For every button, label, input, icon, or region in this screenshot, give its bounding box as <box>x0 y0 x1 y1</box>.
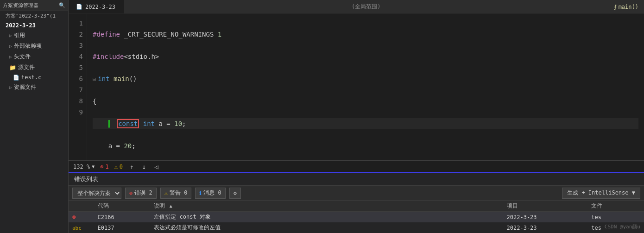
row-description: 左值指定 const 对象 <box>150 212 503 223</box>
table-row[interactable]: abc E0137 表达式必须是可修改的左值 2022-3-23 tes <box>69 222 644 233</box>
solution-label: 方案"2022-3-23"(1 <box>6 13 56 19</box>
row-icon-cell: ⊗ <box>69 212 94 223</box>
code-line-6: a = 20; <box>93 140 638 151</box>
filter-funnel-icon: ⚙ <box>234 190 237 196</box>
advanced-filter-button[interactable]: ⚙ <box>229 188 241 199</box>
zoom-dropdown-icon[interactable]: ▼ <box>92 164 95 169</box>
row-icon-cell: abc <box>69 222 94 233</box>
project-label: 2022-3-23 <box>6 22 36 29</box>
fold-icon[interactable]: ⊟ <box>93 76 96 82</box>
code-line-1: #define _CRT_SECURE_NO_WARNINGS 1 <box>93 29 638 40</box>
function-icon: ⨍ <box>614 4 617 10</box>
sidebar-item-test-c[interactable]: 📄 test.c <box>0 73 68 82</box>
row-warning-icon: abc <box>72 225 82 231</box>
error-circle-icon: ⊗ <box>100 164 103 170</box>
triangle-right-icon3: ▷ <box>9 54 12 59</box>
col-header-project[interactable]: 项目 <box>503 201 588 212</box>
row-code: C2166 <box>94 212 151 223</box>
row-project: 2022-3-23 <box>503 222 588 233</box>
code-area: 1 2 3 4 5 6 7 8 9 #define _CRT_SECURE_NO… <box>69 14 644 160</box>
search-icon[interactable]: 🔍 <box>59 2 65 8</box>
code-content[interactable]: #define _CRT_SECURE_NO_WARNINGS 1 #inclu… <box>87 14 644 160</box>
error-filter-icon: ⊗ <box>129 190 133 196</box>
tab-bar: 📄 2022-3-23 (全局范围) ⨍ main() <box>69 0 644 14</box>
code-line-4: { <box>93 96 638 107</box>
tab-file[interactable]: 📄 2022-3-23 <box>69 0 124 13</box>
sidebar: 方案资源管理器 🔍 方案"2022-3-23"(1 2022-3-23 ▷ 引用… <box>0 0 69 233</box>
sidebar-project[interactable]: 2022-3-23 <box>0 21 68 30</box>
col-header-file[interactable]: 文件 <box>587 201 644 212</box>
sidebar-item-source-files[interactable]: 📁 源文件 <box>0 62 68 73</box>
row-project: 2022-3-23 <box>503 212 588 223</box>
sidebar-item-resource-files[interactable]: ▷ 资源文件 <box>0 82 68 93</box>
code-line-3: ⊟int main() <box>93 73 638 85</box>
row-description: 表达式必须是可修改的左值 <box>150 222 503 233</box>
build-dropdown-icon: ▼ <box>632 189 635 196</box>
navigate-up-button[interactable]: ↑ <box>128 163 135 170</box>
sidebar-item-header-files[interactable]: ▷ 头文件 <box>0 51 68 62</box>
scope-select[interactable]: 整个解决方案 <box>72 188 121 199</box>
error-panel-toolbar: 整个解决方案 ⊗ 错误 2 ⚠ 警告 0 ℹ 消息 0 ⚙ 生成 + Intel… <box>69 186 644 201</box>
references-label: 引用 <box>14 31 25 39</box>
error-panel-title: 错误列表 <box>74 176 98 183</box>
col-header-description[interactable]: 说明 ▲ <box>150 201 503 212</box>
watermark: CSDN @yan颜u <box>605 223 640 230</box>
errors-label: 错误 2 <box>134 189 152 197</box>
code-line-2: #include<stdio.h> <box>93 51 638 62</box>
warning-triangle-icon: ⚠ <box>114 164 118 170</box>
zoom-value: 132 % <box>73 164 90 170</box>
sidebar-solution[interactable]: 方案"2022-3-23"(1 <box>0 11 68 21</box>
resource-files-label: 资源文件 <box>14 83 36 91</box>
build-label: 生成 + IntelliSense <box>567 189 628 196</box>
warning-filter-icon: ⚠ <box>164 190 168 196</box>
code-line-5: ▌ const int a = 10; <box>93 118 638 129</box>
filter-warnings-button[interactable]: ⚠ 警告 0 <box>160 188 192 199</box>
tab-file-name: 2022-3-23 <box>85 4 115 10</box>
test-c-label: test.c <box>21 74 41 81</box>
filter-messages-button[interactable]: ℹ 消息 0 <box>195 188 225 199</box>
messages-label: 消息 0 <box>203 189 221 197</box>
main-area: 📄 2022-3-23 (全局范围) ⨍ main() 1 2 3 4 5 6 … <box>69 0 644 233</box>
file-tab-icon: 📄 <box>76 4 82 10</box>
sidebar-header: 方案资源管理器 🔍 <box>0 0 68 11</box>
sidebar-item-external-deps[interactable]: ▷ 外部依赖项 <box>0 41 68 51</box>
row-file: tes <box>587 212 644 223</box>
triangle-right-icon4: ▷ <box>9 85 12 90</box>
warning-count[interactable]: ⚠ 0 <box>114 164 123 170</box>
navigate-prev-button[interactable]: ◁ <box>153 163 159 170</box>
sidebar-title: 方案资源管理器 <box>3 2 38 9</box>
external-deps-label: 外部依赖项 <box>14 42 42 50</box>
navigate-down-button[interactable]: ↓ <box>141 163 147 170</box>
build-button[interactable]: 生成 + IntelliSense ▼ <box>562 188 640 199</box>
error-panel-header: 错误列表 <box>69 173 644 186</box>
col-header-code[interactable]: 代码 <box>94 201 151 212</box>
error-table-body: ⊗ C2166 左值指定 const 对象 2022-3-23 tes abc … <box>69 212 644 233</box>
header-files-label: 头文件 <box>14 53 31 61</box>
func-label: main() <box>619 4 638 10</box>
warnings-label: 警告 0 <box>170 189 187 197</box>
editor-status-bar: 132 % ▼ ⊗ 1 ⚠ 0 ↑ ↓ ◁ <box>69 160 644 172</box>
file-icon: 📄 <box>13 75 19 81</box>
line-numbers: 1 2 3 4 5 6 7 8 9 <box>69 14 87 160</box>
error-count-value: 1 <box>105 164 108 170</box>
info-filter-icon: ℹ <box>199 190 202 196</box>
zoom-control[interactable]: 132 % ▼ <box>73 164 95 170</box>
source-files-label: 源文件 <box>18 63 35 71</box>
table-row[interactable]: ⊗ C2166 左值指定 const 对象 2022-3-23 tes <box>69 212 644 223</box>
col-header-icon <box>69 201 94 212</box>
row-error-icon: ⊗ <box>72 214 76 220</box>
filter-errors-button[interactable]: ⊗ 错误 2 <box>125 188 157 199</box>
error-panel: 错误列表 整个解决方案 ⊗ 错误 2 ⚠ 警告 0 ℹ 消息 0 ⚙ 生成 + … <box>69 172 644 233</box>
error-table: 代码 说明 ▲ 项目 文件 ⊗ <box>69 201 644 233</box>
watermark-text: CSDN @yan颜u <box>605 224 640 230</box>
warning-count-value: 0 <box>120 164 123 170</box>
error-table-header: 代码 说明 ▲ 项目 文件 <box>69 201 644 212</box>
sort-arrow-icon: ▲ <box>170 203 172 208</box>
scope-label: (全局范围) <box>352 3 380 11</box>
row-code: E0137 <box>94 222 151 233</box>
error-count[interactable]: ⊗ 1 <box>100 164 108 170</box>
sidebar-item-references[interactable]: ▷ 引用 <box>0 30 68 41</box>
triangle-right-icon: ▷ <box>9 33 12 38</box>
tab-func: ⨍ main() <box>608 4 644 10</box>
editor[interactable]: 1 2 3 4 5 6 7 8 9 #define _CRT_SECURE_NO… <box>69 14 644 172</box>
